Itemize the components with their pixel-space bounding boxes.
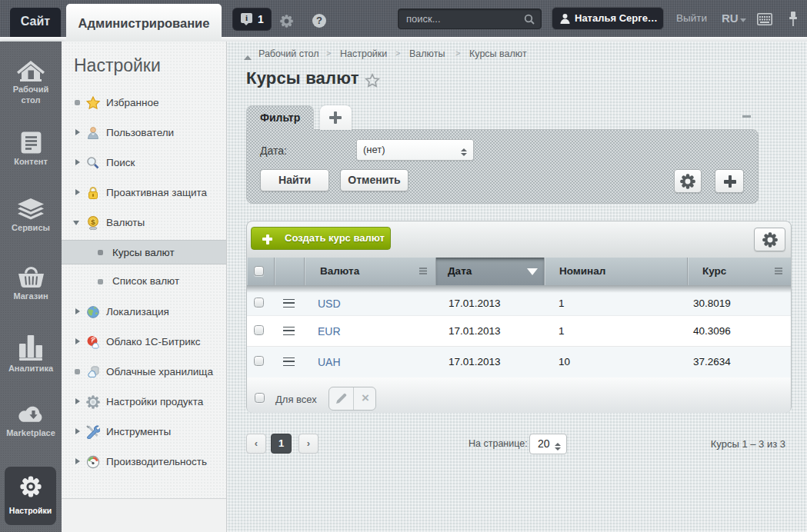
svg-text:$: $ bbox=[91, 217, 95, 225]
